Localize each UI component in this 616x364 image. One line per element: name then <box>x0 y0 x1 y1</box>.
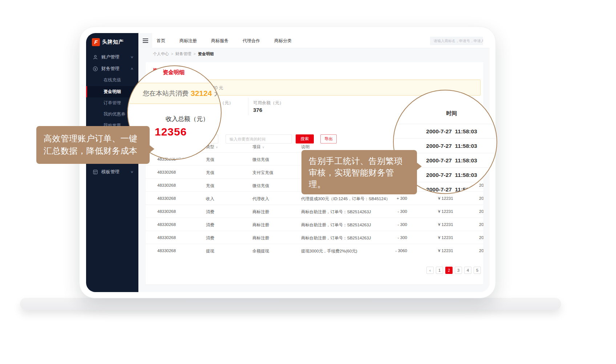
nav-item-home[interactable]: 首页 <box>157 38 165 44</box>
pagination-page-3[interactable]: 3 <box>455 267 462 274</box>
cell-type: 充值 <box>206 157 214 162</box>
pagination-prev-button[interactable]: ‹ <box>426 267 434 274</box>
pagination-page-4[interactable]: 4 <box>464 267 471 274</box>
lens-banner-prefix: 您在本站共消费 <box>143 89 189 98</box>
chevron-down-icon: ∨ <box>130 55 134 59</box>
cell-type: 消费 <box>206 235 214 241</box>
breadcrumb-part[interactable]: 财务管理 <box>175 51 191 57</box>
pagination-page-5[interactable]: 5 <box>474 267 481 274</box>
sidebar-item-finance[interactable]: 财务管理 ∧ <box>86 63 138 74</box>
cell-desc: 提现3000元，手续费2%(60元) <box>301 248 357 254</box>
table-row: 48330268 提现 余额提现 提现3000元，手续费2%(60元) - 30… <box>146 244 483 257</box>
cell-desc: 代理提成300元（ID:1245，订单号：SB45124） <box>301 196 390 202</box>
pagination: ‹ 1 2 3 4 5 <box>426 267 481 274</box>
pagination-page-2-active[interactable]: 2 <box>445 267 453 274</box>
cell-project: 微信充值 <box>252 183 269 189</box>
breadcrumb-current: 资金明细 <box>198 51 214 57</box>
lens-time-column-header: 时间 <box>394 110 497 117</box>
cell-time: 2000-7-27 11:58:03 <box>479 196 483 201</box>
wallet-icon <box>93 66 98 72</box>
cell-time: 2000-7-27 11:58:03 <box>479 222 483 227</box>
cell-type: 充值 <box>206 183 214 189</box>
stat-middle-label: （元） <box>220 100 233 106</box>
cell-desc: 商标自助注册，订单号：SB2514263J <box>301 209 371 215</box>
sidebar-item-account[interactable]: 账户管理 ∨ <box>86 51 138 63</box>
cell-type: 收入 <box>206 196 214 202</box>
caret-down-icon: ∨ <box>216 146 218 149</box>
callout-left-text: 高效管理账户订单、一键汇总数据，降低财务成本 <box>44 132 142 157</box>
table-row: 48330268 消费 商标注册 商标自助注册，订单号：SB2514263J -… <box>146 231 483 244</box>
cell-time: 2000-7-27 11:58:03 <box>479 209 483 214</box>
cell-balance: ¥ 12231 <box>438 248 453 253</box>
search-button[interactable]: 搜索 <box>296 134 314 143</box>
cell-type: 提现 <box>206 248 214 254</box>
user-icon <box>93 54 98 60</box>
cell-desc: 商标自助注册，订单号：SB2514263J <box>301 235 371 241</box>
top-navbar: 首页 商标注册 商标服务 代理合作 商标分类 <box>138 33 490 48</box>
cell-project: 支付宝充值 <box>252 170 273 175</box>
lens-consumption-banner: 您在本站共消费 32124 元 <box>127 83 222 104</box>
cell-type: 消费 <box>206 222 214 228</box>
nav-item-trademark-service[interactable]: 商标服务 <box>211 38 228 44</box>
cell-balance: ¥ 12231 <box>438 235 453 240</box>
cell-order: 48330268 <box>157 235 176 240</box>
sidebar-item-label: 财务管理 <box>101 66 119 72</box>
cell-project: 商标注册 <box>252 222 269 228</box>
stat-balance-label: 可用余额（元） <box>253 100 284 106</box>
cell-time: 2000-7-27 11:58:03 <box>479 248 483 253</box>
cell-type: 充值 <box>206 170 214 175</box>
table-row: 48330268 消费 商标注册 商标自助注册，订单号：SB2514263J -… <box>146 205 483 218</box>
cell-order: 48330268 <box>157 183 176 187</box>
cell-time: 2000-7-27 11:58:03 <box>479 235 483 240</box>
table-row: 48330268 消费 商标注册 商标自助注册，订单号：SB2514263J -… <box>146 218 483 231</box>
cell-project: 商标注册 <box>252 209 269 215</box>
cell-order: 48330268 <box>157 222 176 227</box>
sidebar-item-templates[interactable]: 模板管理 ∨ <box>86 166 138 178</box>
callout-pointer-icon <box>149 145 154 153</box>
cell-balance: ¥ 12231 <box>438 196 453 201</box>
nav-item-agency-cooperation[interactable]: 代理合作 <box>243 38 260 44</box>
brand-logo-icon: F <box>92 38 100 46</box>
breadcrumb-separator-icon: > <box>194 52 196 56</box>
trademark-search-input[interactable] <box>430 37 483 45</box>
export-button[interactable]: 导出 <box>320 134 337 143</box>
breadcrumb-separator-icon: > <box>171 52 173 56</box>
breadcrumb-part[interactable]: 个人中心 <box>153 51 169 57</box>
laptop-base <box>20 298 561 310</box>
cell-balance: ¥ 12231 <box>438 209 453 214</box>
cell-order: 48330268 <box>157 170 176 174</box>
nav-item-trademark-register[interactable]: 商标注册 <box>179 38 197 44</box>
cell-order: 48330268 <box>157 196 176 201</box>
callout-pointer-icon <box>417 162 422 170</box>
callout-right: 告别手工统计、告别繁琐审核，实现智能财务管理。 <box>301 150 417 194</box>
nav-item-trademark-category[interactable]: 商标分类 <box>274 38 292 44</box>
chevron-up-icon: ∧ <box>130 67 134 70</box>
lens-tab-fund-detail: 资金明细 <box>163 69 185 76</box>
breadcrumb: 个人中心 > 财务管理 > 资金明细 <box>138 48 490 59</box>
cell-order: 48330268 <box>157 248 176 253</box>
cell-amount: - 300 <box>378 235 407 240</box>
cell-time: 2000-7-27 11:58:03 <box>479 183 483 187</box>
cell-amount: - 300 <box>378 222 407 227</box>
lens-income-value: 12356 <box>155 126 187 138</box>
cell-amount: + 300 <box>378 196 407 201</box>
pagination-page-1[interactable]: 1 <box>436 267 443 274</box>
sidebar-item-label: 模板管理 <box>101 169 119 175</box>
cell-project: 微信充值 <box>252 157 269 162</box>
cell-project: 商标注册 <box>252 235 269 241</box>
stat-divider <box>248 98 248 115</box>
hamburger-menu-icon[interactable] <box>138 33 152 48</box>
sidebar-item-online-recharge[interactable]: 在线充值 <box>86 74 138 86</box>
date-filter-input[interactable] <box>226 134 292 143</box>
column-header-desc: 说明 <box>301 144 309 150</box>
callout-right-text: 告别手工统计、告别繁琐审核，实现智能财务管理。 <box>309 155 410 190</box>
cell-balance: ¥ 12231 <box>438 222 453 227</box>
template-icon <box>93 169 98 175</box>
lens-time-value: 2000-7-27 11:58:03 <box>394 124 497 138</box>
brand-logo: F 头牌知产 <box>92 38 124 46</box>
cell-type: 消费 <box>206 209 214 215</box>
lens-income-label: 收入总额（元） <box>166 115 209 123</box>
column-header-project[interactable]: 项目∨ <box>252 144 264 150</box>
brand-name: 头牌知产 <box>102 39 124 45</box>
callout-left: 高效管理账户订单、一键汇总数据，降低财务成本 <box>36 126 150 164</box>
